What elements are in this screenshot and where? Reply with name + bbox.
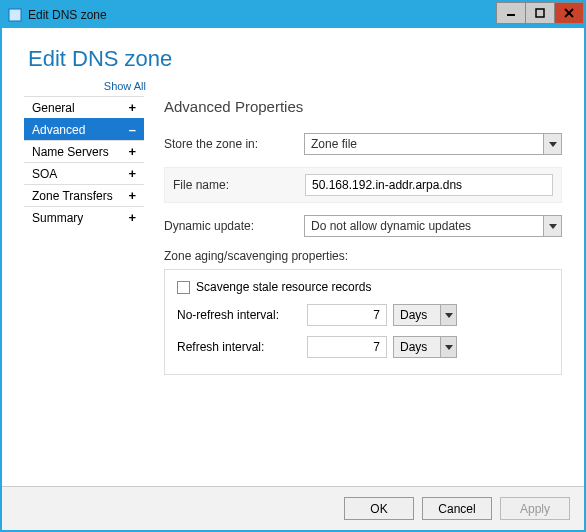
page-heading: Edit DNS zone [28, 46, 562, 72]
store-zone-value: Zone file [305, 137, 543, 151]
norefresh-label: No-refresh interval: [177, 308, 307, 322]
section-title: Advanced Properties [164, 98, 562, 115]
show-all-link[interactable]: Show All [28, 80, 146, 92]
store-zone-label: Store the zone in: [164, 137, 304, 151]
content-area: General + Advanced – Name Servers + SOA … [24, 96, 562, 486]
filename-label: File name: [173, 178, 305, 192]
scavenging-group-title: Zone aging/scavenging properties: [164, 249, 562, 263]
chevron-down-icon [543, 216, 561, 236]
sidebar-item-label: Advanced [32, 123, 85, 137]
sidebar-item-advanced[interactable]: Advanced – [24, 118, 144, 140]
dynamic-update-value: Do not allow dynamic updates [305, 219, 543, 233]
norefresh-input[interactable] [307, 304, 387, 326]
expand-icon: + [128, 100, 136, 115]
collapse-icon: – [129, 122, 136, 137]
apply-button[interactable]: Apply [500, 497, 570, 520]
chevron-down-icon [440, 337, 456, 357]
expand-icon: + [128, 210, 136, 225]
store-zone-select[interactable]: Zone file [304, 133, 562, 155]
close-button[interactable] [554, 2, 584, 24]
expand-icon: + [128, 188, 136, 203]
cancel-button[interactable]: Cancel [422, 497, 492, 520]
refresh-unit-select[interactable]: Days [393, 336, 457, 358]
main-panel: Advanced Properties Store the zone in: Z… [164, 96, 562, 486]
chevron-down-icon [543, 134, 561, 154]
sidebar-item-label: SOA [32, 167, 57, 181]
sidebar-item-summary[interactable]: Summary + [24, 206, 144, 228]
sidebar-item-label: Summary [32, 211, 83, 225]
svg-marker-7 [445, 313, 453, 318]
window-controls [497, 2, 584, 28]
window-title: Edit DNS zone [28, 8, 497, 22]
sidebar-item-zone-transfers[interactable]: Zone Transfers + [24, 184, 144, 206]
sidebar-item-label: Zone Transfers [32, 189, 113, 203]
sidebar-item-name-servers[interactable]: Name Servers + [24, 140, 144, 162]
sidebar-item-soa[interactable]: SOA + [24, 162, 144, 184]
ok-button[interactable]: OK [344, 497, 414, 520]
svg-marker-5 [549, 142, 557, 147]
sidebar: General + Advanced – Name Servers + SOA … [24, 96, 144, 486]
filename-input[interactable] [305, 174, 553, 196]
sidebar-item-label: Name Servers [32, 145, 109, 159]
norefresh-unit-value: Days [394, 305, 440, 325]
refresh-unit-value: Days [394, 337, 440, 357]
sidebar-item-label: General [32, 101, 75, 115]
expand-icon: + [128, 166, 136, 181]
title-bar: Edit DNS zone [2, 2, 584, 28]
maximize-button[interactable] [525, 2, 555, 24]
svg-marker-6 [549, 224, 557, 229]
dialog-footer: OK Cancel Apply [2, 486, 584, 530]
dynamic-update-select[interactable]: Do not allow dynamic updates [304, 215, 562, 237]
dynamic-update-label: Dynamic update: [164, 219, 304, 233]
scavenging-group: Scavenge stale resource records No-refre… [164, 269, 562, 375]
dialog-window: Edit DNS zone Edit DNS zone Show All Gen… [0, 0, 586, 532]
refresh-label: Refresh interval: [177, 340, 307, 354]
svg-marker-8 [445, 345, 453, 350]
app-icon [8, 8, 22, 22]
dialog-body: Edit DNS zone Show All General + Advance… [2, 28, 584, 486]
chevron-down-icon [440, 305, 456, 325]
refresh-input[interactable] [307, 336, 387, 358]
svg-rect-2 [536, 9, 544, 17]
norefresh-unit-select[interactable]: Days [393, 304, 457, 326]
sidebar-item-general[interactable]: General + [24, 96, 144, 118]
scavenge-checkbox[interactable] [177, 281, 190, 294]
expand-icon: + [128, 144, 136, 159]
minimize-button[interactable] [496, 2, 526, 24]
svg-rect-0 [9, 9, 21, 21]
scavenge-checkbox-label: Scavenge stale resource records [196, 280, 371, 294]
